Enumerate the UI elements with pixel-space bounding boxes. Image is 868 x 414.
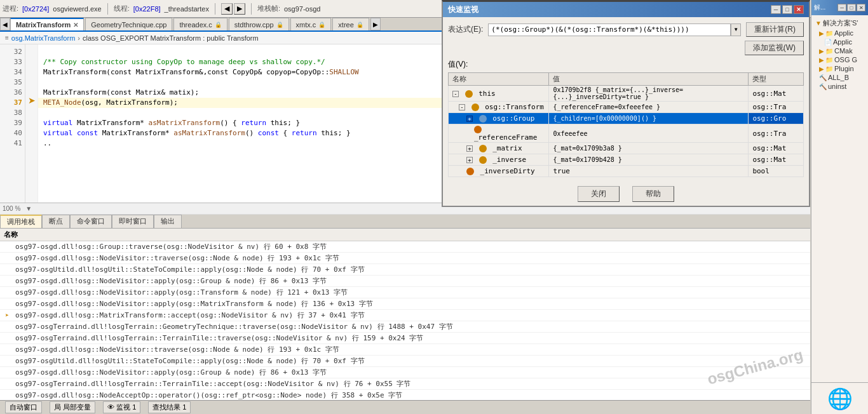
bp-34 [25, 65, 37, 75]
tab-xmtx[interactable]: xmtx.c 🔒 [290, 18, 332, 30]
bp-36 [25, 85, 37, 95]
dialog-footer: 关闭 帮助 [443, 182, 809, 206]
recalc-button[interactable]: 重新计算(R) [746, 22, 804, 37]
dialog-minimize[interactable]: ─ [771, 5, 781, 14]
col-type-inverse: osg::Mat [749, 154, 804, 166]
add-watch-button[interactable]: 添加监视(W) [745, 41, 804, 55]
expand-matrix[interactable]: + [466, 145, 473, 152]
tab-label-xmtx: xmtx.c [296, 21, 316, 29]
watch-row-inversedirty[interactable]: _inverseDirty true bool [449, 166, 804, 177]
tree-allb[interactable]: 🔨 ALL_B [813, 73, 867, 82]
zoom-stepper[interactable]: ▼ [25, 205, 32, 212]
callstack-row-8: osg97-osgTerraind.dll!losgTerrain::Terra… [0, 333, 810, 344]
row-icon-6: ➤ [5, 312, 13, 319]
tab-geometrytechnique[interactable]: GeometryTechnique.cpp [85, 18, 172, 30]
col-value-transform: {_referenceFrame=0xfeeefee } [549, 102, 749, 113]
dialog-maximize[interactable]: □ [782, 5, 792, 14]
tree-allb-label: ALL_B [828, 74, 849, 81]
tab-scroll-left[interactable]: ◀ [0, 18, 10, 30]
thread-name: _threadstartex [165, 5, 209, 13]
thread-addr[interactable]: [0x22F8] [133, 5, 161, 13]
fr-close[interactable]: ✕ [857, 4, 865, 11]
expand-inverse[interactable]: + [466, 157, 473, 163]
tab-callstack[interactable]: 调用堆栈 [0, 215, 42, 228]
watch-row-refframe[interactable]: _referenceFrame 0xfeeefee osg::Tra [449, 124, 804, 143]
far-right-title: 解... [814, 3, 825, 12]
callstack-container: 调用堆栈 断点 命令窗口 即时窗口 输出 名称 osg97-osgd.dll!o… [0, 215, 810, 413]
tree-uninst[interactable]: 🔨 uninst [813, 82, 867, 91]
forward-button[interactable]: ▶ [234, 3, 245, 15]
help-button[interactable]: 帮助 [632, 186, 674, 202]
expr-row: 表达式(E): ▼ 重新计算(R) [448, 22, 804, 37]
tree-applic[interactable]: ▶ 📁 Applic [813, 29, 867, 37]
col-header-value: 值 [549, 73, 749, 86]
callstack-row-11: osg97-osgd.dll!osg::NodeVisitor::apply(o… [0, 367, 810, 378]
watch-row-transform[interactable]: - osg::Transform {_referenceFrame=0xfeee… [449, 102, 804, 113]
globe-area: 🌐 [811, 382, 868, 414]
fr-minimize[interactable]: ─ [837, 4, 846, 11]
tree-plugin-label: Plugin [834, 65, 854, 72]
breadcrumb-part1[interactable]: osg.MatrixTransform [11, 34, 75, 42]
tree-applic2-label: Applic [833, 38, 852, 46]
watch-row-group[interactable]: + osg::Group {_children=[0x00000000]() }… [449, 113, 804, 124]
status-autowindow[interactable]: 自动窗口 [5, 401, 42, 413]
col-name-this: - this [449, 86, 549, 102]
status-locals[interactable]: 局 局部变量 [50, 401, 95, 413]
callstack-row-2: osg97-osgUtild.dll!osgUtil::StateToCompi… [0, 264, 810, 276]
breadcrumb-icon: ≡ [5, 34, 9, 41]
folder-icon-plugin: ▶ [819, 65, 824, 72]
far-right-controls: ─ □ ✕ [837, 4, 865, 11]
expand-this[interactable]: - [452, 91, 459, 97]
tab-command[interactable]: 命令窗口 [70, 215, 112, 228]
tab-scroll-right[interactable]: ▶ [370, 18, 381, 30]
separator3 [251, 3, 252, 15]
tab-matrixtransform[interactable]: MatrixTransform ✕ [10, 18, 84, 30]
tree-plugin[interactable]: ▶ 📁 Plugin [813, 64, 867, 73]
col-value-matrix: {_mat=0x1709b3a8 } [549, 143, 749, 154]
watch-row-this[interactable]: - this 0x1709b2f8 {_matrix={...}_inverse… [449, 86, 804, 102]
expand-group[interactable]: + [466, 116, 473, 122]
process-addr[interactable]: [0x2724] [22, 5, 49, 13]
tree-applic2[interactable]: 📄 Applic [813, 37, 867, 46]
add-watch-row: 添加监视(W) [448, 41, 804, 55]
project-allb-icon: 🔨 [819, 74, 827, 81]
tree-solution[interactable]: ▼ 解决方案'S' [813, 18, 867, 29]
fr-maximize[interactable]: □ [847, 4, 856, 11]
callstack-row-0: osg97-osgd.dll!osg::Group::traverse(osg:… [0, 241, 810, 253]
tab-close-matrixtransform[interactable]: ✕ [73, 22, 78, 29]
breadcrumb-sep: › [78, 34, 80, 42]
folder-plugin-icon: 📁 [825, 65, 833, 72]
line-36: 36 [0, 88, 25, 98]
tree-cmake[interactable]: ▶ 📁 CMak [813, 46, 867, 55]
watch-row-matrix[interactable]: + _matrix {_mat=0x1709b3a8 } osg::Mat [449, 143, 804, 154]
tab-breakpoints[interactable]: 断点 [42, 215, 70, 228]
col-value-inverse: {_mat=0x1709b428 } [549, 154, 749, 166]
dialog-controls: ─ □ ✕ [771, 5, 804, 14]
expand-transform[interactable]: - [459, 104, 465, 110]
bp-40 [25, 126, 37, 136]
tab-output[interactable]: 输出 [154, 215, 182, 228]
tab-lock-xmtx: 🔒 [318, 22, 325, 28]
expr-input[interactable] [488, 23, 731, 36]
callstack-row-12: osg97-osgTerraind.dll!losgTerrain::Terra… [0, 378, 810, 390]
process-name: osgviewerd.exe [53, 5, 101, 13]
solution-tree: ▼ 解决方案'S' ▶ 📁 Applic 📄 Applic ▶ 📁 CMak ▶… [811, 15, 868, 382]
expr-dropdown[interactable]: ▼ [731, 23, 741, 36]
tab-stdthrow[interactable]: stdthrow.cpp 🔒 [229, 18, 289, 30]
status-watch1[interactable]: 👁 监视 1 [103, 401, 140, 413]
tab-immediate[interactable]: 即时窗口 [112, 215, 154, 228]
tab-threadex[interactable]: threadex.c 🔒 [173, 18, 227, 30]
back-button[interactable]: ◀ [221, 3, 233, 15]
close-button[interactable]: 关闭 [578, 186, 620, 202]
dialog-close[interactable]: ✕ [794, 5, 804, 14]
col-name-inversedirty: _inverseDirty [449, 166, 549, 177]
callstack-row-7: osg97-osgTerraind.dll!losgTerrain::Geome… [0, 321, 810, 333]
status-findresults[interactable]: 查找结果 1 [148, 401, 191, 413]
watch-row-inverse[interactable]: + _inverse {_mat=0x1709b428 } osg::Mat [449, 154, 804, 166]
tree-osgg[interactable]: ▶ 📁 OSG G [813, 55, 867, 64]
bp-32 [25, 44, 37, 55]
tab-xtree[interactable]: xtree 🔒 [332, 18, 369, 30]
line-37: 37 [0, 98, 25, 108]
expr-input-group: ▼ [488, 23, 741, 36]
col-header-type: 类型 [749, 73, 804, 86]
